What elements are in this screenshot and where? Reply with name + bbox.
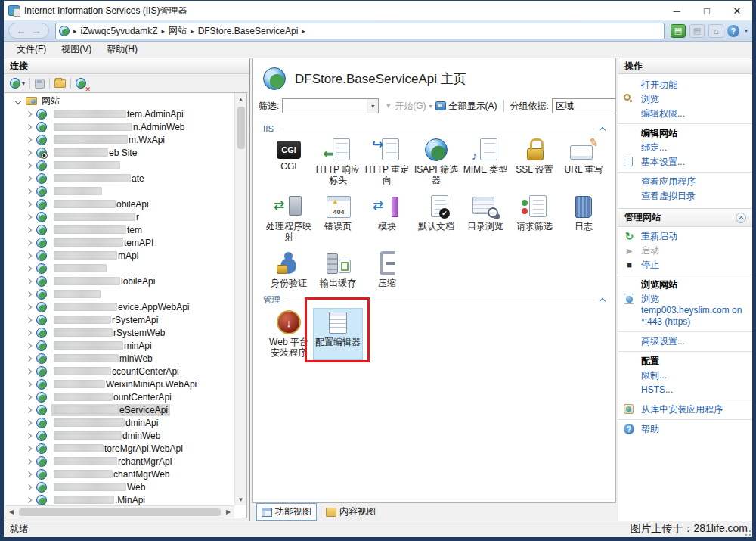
go-dropdown-icon[interactable]: ▾ (429, 103, 432, 110)
help-icon[interactable]: ? (727, 25, 739, 37)
feature-authentication[interactable]: 身份验证 (265, 250, 313, 290)
expander-icon[interactable] (26, 303, 32, 309)
tree-node-site[interactable]: mApi (5, 249, 234, 262)
feature-mime-types[interactable]: MIME 类型 (461, 136, 510, 187)
tree-vertical-scrollbar[interactable]: ▲ ▼ (234, 93, 246, 505)
tree-node-site[interactable]: ate (5, 172, 234, 185)
expander-icon[interactable] (26, 329, 32, 335)
scroll-left-icon[interactable]: ◀ (5, 506, 17, 518)
remove-connection-button[interactable] (74, 76, 88, 90)
tree-node-site[interactable]: eServiceApi (5, 403, 234, 416)
feature-logging[interactable]: 日志 (559, 193, 608, 244)
action-item[interactable]: 查看应用程序 (618, 175, 752, 189)
expander-icon[interactable] (26, 483, 32, 490)
feature-isapi-filters[interactable]: ISAPI 筛选器 (412, 136, 460, 187)
expander-icon[interactable] (26, 458, 32, 464)
expander-icon[interactable] (26, 213, 32, 219)
tree-node-site[interactable]: WeixinMiniApi.WebApi (5, 378, 234, 390)
tree-node-site[interactable]: m.WxApi (5, 133, 234, 146)
tree-node-site[interactable]: r (5, 210, 234, 223)
action-item[interactable]: 帮助 (618, 422, 752, 437)
group-header-item[interactable]: 管理网站 (618, 208, 752, 227)
collapse-icon[interactable] (600, 298, 606, 304)
tree-node-site[interactable]: toreMgrApi.WebApi (5, 442, 234, 455)
expander-icon[interactable] (26, 175, 32, 181)
expander-icon[interactable] (26, 110, 32, 117)
feature-default-document[interactable]: 默认文档 (412, 193, 460, 244)
collapse-button[interactable] (736, 213, 746, 223)
expander-icon[interactable] (26, 445, 32, 451)
connect-button[interactable]: ▾ (8, 76, 26, 90)
feature-url-rewrite[interactable]: URL 重写 (559, 136, 608, 187)
tree-node-site[interactable]: ccountCenterApi (5, 365, 234, 378)
tree-node-site[interactable]: dminApi (5, 416, 234, 429)
feature-compression[interactable]: 压缩 (363, 250, 411, 290)
feature-webpi[interactable]: Web 平台安装程序 (265, 309, 313, 359)
feature-http-redirect[interactable]: HTTP 重定向 (363, 136, 411, 187)
breadcrumb-item-izwwqc5yvudamkz[interactable]: iZwwqc5yvudamkZ (81, 26, 158, 36)
tree-node-site[interactable]: rSystemWeb (5, 326, 234, 339)
expander-icon[interactable] (26, 406, 32, 412)
expander-icon[interactable] (26, 291, 32, 297)
feature-error-pages[interactable]: 错误页 (314, 193, 362, 244)
action-hsts[interactable]: HSTS... (618, 383, 752, 397)
chevron-down-icon[interactable]: ▾ (745, 27, 748, 34)
minimize-button[interactable]: ─ (662, 1, 692, 20)
tree-node-site[interactable]: temAPI (5, 236, 234, 249)
expander-icon[interactable] (26, 432, 32, 438)
expander-icon[interactable] (26, 149, 32, 155)
tree-node-site[interactable]: chantMgrWeb (5, 468, 234, 480)
tree-node-site[interactable]: rSystemApi (5, 313, 234, 326)
tree-node-site[interactable] (5, 185, 234, 197)
menu-item-f[interactable]: 文件(F) (10, 42, 53, 58)
action-item[interactable]: 编辑权限... (618, 107, 752, 121)
tree-node-site[interactable]: ountCenterApi (5, 390, 234, 403)
tree-node-sites[interactable]: 网站 (5, 95, 234, 107)
tree-node-site[interactable]: eb Site (5, 146, 234, 159)
action-item[interactable]: 基本设置... (618, 155, 752, 169)
expander-icon[interactable] (26, 265, 32, 271)
expander-icon[interactable] (26, 471, 32, 477)
back-button[interactable]: ← (14, 23, 29, 38)
feature-config-editor[interactable]: 配置编辑器 (314, 309, 362, 359)
maximize-button[interactable]: □ (692, 1, 722, 20)
menu-item-h[interactable]: 帮助(H) (100, 42, 144, 58)
scroll-thumb[interactable] (19, 508, 221, 516)
tab-item[interactable]: 内容视图 (321, 504, 380, 520)
feature-output-caching[interactable]: 输出缓存 (314, 250, 362, 290)
feature-ssl-settings[interactable]: SSL 设置 (510, 136, 559, 187)
tree-node-site[interactable]: .MinApi (5, 493, 234, 505)
scroll-down-icon[interactable]: ▼ (235, 493, 247, 505)
expander-icon[interactable] (26, 188, 32, 194)
close-button[interactable]: ✕ (722, 1, 752, 20)
resize-grip[interactable] (744, 529, 751, 536)
tree-node-site[interactable] (5, 262, 234, 275)
expander-icon[interactable] (26, 342, 32, 348)
tree-node-site[interactable]: minWeb (5, 352, 234, 365)
feature-directory-browsing[interactable]: 目录浏览 (461, 193, 510, 244)
expander-icon[interactable] (26, 316, 32, 322)
action-temp003-heyslim-com-on-443-https[interactable]: 浏览 temp003.heyslim.com on *:443 (https) (618, 292, 752, 329)
scroll-right-icon[interactable]: ▶ (222, 506, 234, 518)
tree-node-site[interactable]: Web (5, 480, 234, 493)
forward-button[interactable]: → (29, 23, 44, 38)
show-all-button[interactable]: 全部显示(A) (435, 100, 497, 113)
expander-icon[interactable] (26, 252, 32, 258)
action-item[interactable]: 启动 (618, 244, 752, 258)
tree-node-site[interactable]: rchantMgrApi (5, 455, 234, 468)
filter-combobox[interactable]: ▾ (282, 98, 379, 113)
expander-icon[interactable] (26, 393, 32, 400)
expander-icon[interactable] (26, 123, 32, 129)
collapse-icon[interactable] (600, 126, 606, 132)
tree-node-site[interactable]: tem.AdminApi (5, 107, 234, 120)
expander-icon[interactable] (26, 226, 32, 232)
expander-icon[interactable] (26, 419, 32, 425)
expander-icon[interactable] (26, 239, 32, 245)
feature-http-response-headers[interactable]: HTTP 响应标头 (314, 136, 362, 187)
go-button[interactable]: ▼开始(G) (382, 100, 426, 113)
tree-horizontal-scrollbar[interactable]: ◀ ▶ (5, 505, 234, 518)
feature-cgi[interactable]: CGICGI (265, 136, 313, 187)
webpi-tool-icon[interactable]: ▤ (671, 24, 686, 38)
feature-request-filtering[interactable]: 请求筛选 (510, 193, 559, 244)
breadcrumb-item-item[interactable]: 网站 (169, 24, 187, 37)
